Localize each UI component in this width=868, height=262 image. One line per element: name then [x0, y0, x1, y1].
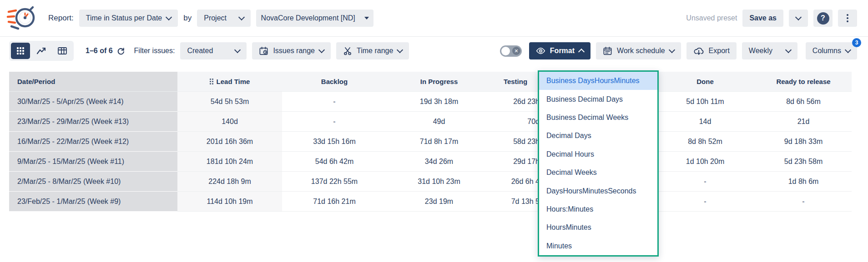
calendar-icon: [603, 46, 612, 56]
format-option[interactable]: HoursMinutes: [539, 218, 657, 237]
chevron-down-icon: [845, 47, 851, 53]
cell-lead-time: 224d 18h 9m: [177, 172, 282, 192]
format-label: Format: [550, 47, 575, 55]
toggle-x-glyph: ✕: [514, 48, 518, 54]
group-by-value: Project: [204, 14, 227, 22]
table-header-row: Date/Period Lead Time Backlog In Progres…: [9, 72, 852, 92]
columns-select[interactable]: Columns 3: [806, 42, 857, 59]
period-value: Weekly: [749, 47, 772, 55]
cell-ready-to-release: 5d 23h 58m: [755, 152, 852, 172]
report-type-select[interactable]: Time in Status per Date: [79, 10, 178, 27]
cell-done: 14d: [655, 112, 755, 132]
work-schedule-select[interactable]: Work schedule: [596, 42, 681, 59]
columns-label: Columns: [812, 47, 841, 55]
column-header-done[interactable]: Done: [655, 72, 755, 92]
cell-period: 23/Feb/25 - 1/Mar/25 (Week #9): [9, 192, 177, 212]
cell-ready-to-release: 1d 8h 6m: [755, 172, 852, 192]
cell-period: 9/Mar/25 - 15/Mar/25 (Week #11): [9, 152, 177, 172]
report-label: Report:: [48, 14, 74, 23]
period-select[interactable]: Weekly: [742, 42, 797, 59]
view-switcher: [9, 41, 74, 61]
format-button[interactable]: Format: [529, 42, 590, 59]
table-row: 9/Mar/25 - 15/Mar/25 (Week #11) 181d 10h…: [9, 152, 852, 172]
cell-ready-to-release: -: [755, 192, 852, 212]
export-button[interactable]: Export: [686, 42, 737, 59]
format-option-selected[interactable]: Business DaysHoursMinutes: [539, 72, 657, 90]
cell-done: 5d 10h 11m: [655, 92, 755, 112]
cell-backlog: 54d 6h 42m: [282, 152, 387, 172]
top-bar: Report: Time in Status per Date by Proje…: [0, 0, 868, 37]
refresh-icon[interactable]: [116, 47, 125, 55]
cell-lead-time: 140d: [177, 112, 282, 132]
app-logo-icon: [6, 4, 36, 32]
filter-issues-label: Filter issues:: [134, 47, 175, 55]
filter-field-value: Created: [187, 47, 213, 55]
help-glyph: ?: [821, 14, 825, 22]
cell-in-progress: 71d 8h 17m: [387, 132, 491, 152]
cell-done: -: [655, 192, 755, 212]
filter-field-select[interactable]: Created: [180, 42, 247, 59]
cell-lead-time: 201d 16h 36m: [177, 132, 282, 152]
table-row: 23/Mar/25 - 29/Mar/25 (Week #13) 140d - …: [9, 112, 852, 132]
format-option[interactable]: Minutes: [539, 237, 657, 255]
chevron-down-icon: [795, 14, 802, 20]
table-view-button[interactable]: [11, 43, 30, 59]
column-header-lead-time[interactable]: Lead Time: [177, 72, 282, 92]
column-header-in-progress[interactable]: In Progress: [387, 72, 491, 92]
table-row: 2/Mar/25 - 8/Mar/25 (Week #10) 224d 18h …: [9, 172, 852, 192]
chevron-down-icon: [397, 47, 403, 53]
cell-backlog: 33d 15h 16m: [282, 132, 387, 152]
format-option[interactable]: Decimal Hours: [539, 145, 657, 163]
help-button[interactable]: ?: [813, 10, 833, 27]
cell-backlog: -: [282, 92, 387, 112]
scissors-icon: [343, 46, 352, 55]
toggle-knob: [501, 47, 510, 55]
project-select[interactable]: NovaCore Development [ND]: [256, 10, 373, 27]
table-row: 16/Mar/25 - 22/Mar/25 (Week #12) 201d 16…: [9, 132, 852, 152]
issues-range-select[interactable]: Issues range: [252, 42, 331, 59]
pivot-table-icon: [57, 46, 67, 55]
format-option[interactable]: DaysHoursMinutesSeconds: [539, 182, 657, 200]
pivot-view-button[interactable]: [53, 43, 72, 59]
project-value: NovaCore Development [ND]: [261, 14, 355, 22]
chevron-down-icon: [234, 47, 241, 53]
cell-in-progress: 34d 26m: [387, 152, 491, 172]
table-row: 23/Feb/25 - 1/Mar/25 (Week #9) 114d 10h …: [9, 192, 852, 212]
column-header-date-period[interactable]: Date/Period: [9, 72, 177, 92]
cell-lead-time: 181d 10h 24m: [177, 152, 282, 172]
format-option[interactable]: Decimal Days: [539, 127, 657, 145]
column-header-backlog[interactable]: Backlog: [282, 72, 387, 92]
cell-in-progress: 23d 19m: [387, 192, 491, 212]
time-range-label: Time range: [357, 47, 393, 55]
columns-count-badge: 3: [852, 38, 861, 47]
save-as-button[interactable]: Save as: [742, 10, 783, 27]
chevron-down-icon: [669, 47, 675, 53]
chevron-down-icon: [238, 14, 245, 20]
format-option[interactable]: Business Decimal Weeks: [539, 109, 657, 127]
toggle-x-icon: ✕: [512, 47, 520, 55]
chevron-down-icon: [318, 47, 325, 53]
save-options-button[interactable]: [789, 10, 808, 27]
column-header-ready-to-release[interactable]: Ready to release: [755, 72, 852, 92]
more-menu-button[interactable]: [838, 10, 857, 27]
format-option[interactable]: Business Decimal Days: [539, 90, 657, 108]
format-option[interactable]: Decimal Weeks: [539, 163, 657, 182]
format-option[interactable]: Hours:Minutes: [539, 200, 657, 218]
cell-backlog: -: [282, 112, 387, 132]
cell-period: 30/Mar/25 - 5/Apr/25 (Week #14): [9, 92, 177, 112]
pagination-label: 1–6 of 6: [86, 47, 113, 55]
view-toggle[interactable]: ✕: [500, 45, 522, 57]
table-row: 30/Mar/25 - 5/Apr/25 (Week #14) 54d 5h 5…: [9, 92, 852, 112]
pagination: 1–6 of 6: [86, 47, 125, 55]
group-by-select[interactable]: Project: [197, 10, 251, 27]
save-as-label: Save as: [749, 14, 777, 22]
report-table: Date/Period Lead Time Backlog In Progres…: [9, 72, 852, 212]
chart-view-button[interactable]: [32, 43, 51, 59]
report-type-value: Time in Status per Date: [86, 14, 162, 22]
cell-backlog: 137d 22h 55m: [282, 172, 387, 192]
drag-handle-icon[interactable]: [210, 79, 213, 84]
column-header-label: Lead Time: [217, 78, 250, 85]
time-range-select[interactable]: Time range: [336, 42, 409, 59]
cell-period: 16/Mar/25 - 22/Mar/25 (Week #12): [9, 132, 177, 152]
by-label: by: [183, 14, 192, 23]
